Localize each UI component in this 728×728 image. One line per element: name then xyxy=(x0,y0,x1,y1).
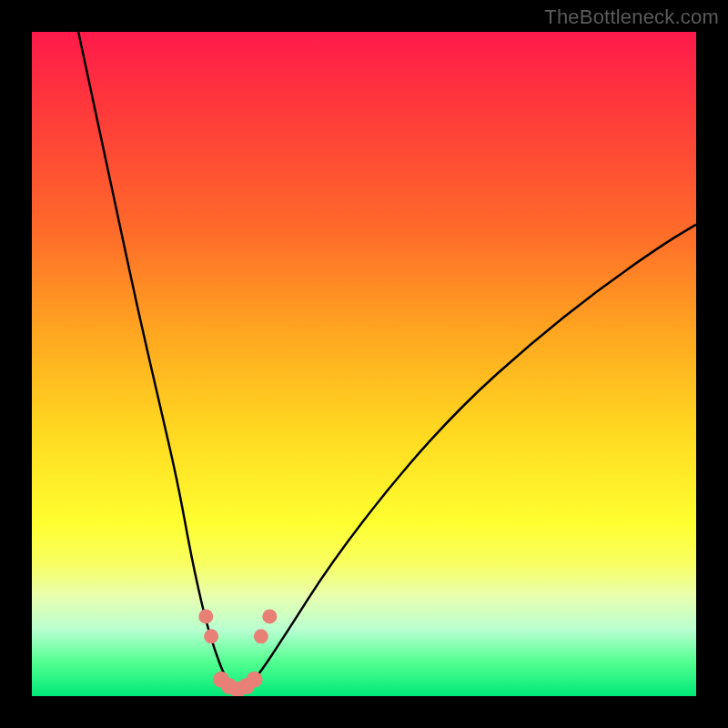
data-marker xyxy=(198,609,213,623)
markers-bottom xyxy=(213,672,262,696)
data-marker xyxy=(262,609,277,623)
markers-right xyxy=(254,609,277,643)
curve-path xyxy=(78,32,696,690)
plot-area xyxy=(32,32,696,696)
data-marker xyxy=(254,629,268,643)
data-marker xyxy=(247,672,263,688)
watermark-text: TheBottleneck.com xyxy=(544,5,719,29)
data-marker xyxy=(204,629,218,643)
bottleneck-curve xyxy=(78,32,696,690)
chart-container: TheBottleneck.com xyxy=(0,0,728,728)
chart-svg xyxy=(32,32,696,696)
